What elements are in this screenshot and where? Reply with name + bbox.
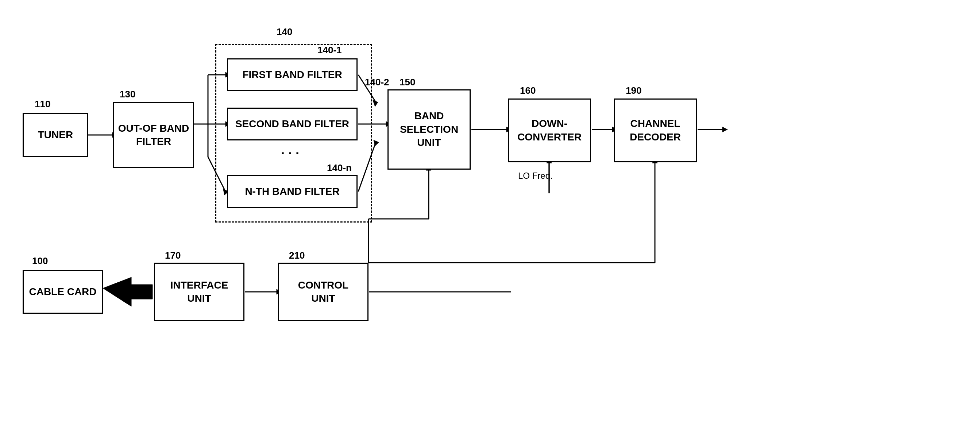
cable-card-block: CABLE CARD xyxy=(22,270,103,314)
svg-marker-11 xyxy=(373,100,378,106)
ref-110: 110 xyxy=(35,99,50,110)
ref-150: 150 xyxy=(399,76,415,88)
svg-marker-21 xyxy=(722,127,727,132)
ref-160: 160 xyxy=(520,85,536,96)
down-converter-block: DOWN-CONVERTER xyxy=(508,99,591,162)
diagram: LO Freq. TUNER OUT-OF BANDFILTER FIRST B… xyxy=(0,0,980,429)
ellipsis: · · · xyxy=(281,146,299,161)
ref-210: 210 xyxy=(289,250,305,261)
ref-170: 170 xyxy=(165,250,181,261)
control-unit-label: CONTROLUNIT xyxy=(298,279,348,305)
ref-140: 140 xyxy=(277,26,292,38)
tuner-label: TUNER xyxy=(38,129,73,141)
svg-marker-35 xyxy=(103,277,153,307)
tuner-block: TUNER xyxy=(22,113,88,157)
channel-decoder-label: CHANNELDECODER xyxy=(630,117,681,144)
ref-140-2: 140-2 xyxy=(365,76,389,88)
ref-190: 190 xyxy=(626,85,641,96)
cable-card-label: CABLE CARD xyxy=(29,285,96,299)
out-of-band-filter-label: OUT-OF BANDFILTER xyxy=(118,122,189,148)
down-converter-label: DOWN-CONVERTER xyxy=(517,117,582,144)
ref-140-n: 140-n xyxy=(327,162,352,174)
interface-unit-label: INTERFACEUNIT xyxy=(170,279,228,305)
out-of-band-filter-block: OUT-OF BANDFILTER xyxy=(113,102,194,168)
first-band-filter-label: FIRST BAND FILTER xyxy=(242,68,342,81)
channel-decoder-block: CHANNELDECODER xyxy=(614,99,697,162)
ref-100: 100 xyxy=(32,255,48,267)
first-band-filter-block: FIRST BAND FILTER xyxy=(227,58,358,91)
lo-freq-label: LO Freq. xyxy=(518,171,553,181)
band-selection-unit-block: BANDSELECTIONUNIT xyxy=(388,89,471,170)
ref-140-1: 140-1 xyxy=(317,44,342,56)
second-band-filter-label: SECOND BAND FILTER xyxy=(235,118,349,130)
second-band-filter-block: SECOND BAND FILTER xyxy=(227,108,358,140)
control-unit-block: CONTROLUNIT xyxy=(278,263,369,321)
nth-band-filter-label: N-TH BAND FILTER xyxy=(245,185,339,198)
connections-svg xyxy=(0,0,980,429)
band-selection-unit-label: BANDSELECTIONUNIT xyxy=(400,110,458,149)
interface-unit-block: INTERFACEUNIT xyxy=(154,263,245,321)
ref-130: 130 xyxy=(120,89,135,100)
nth-band-filter-block: N-TH BAND FILTER xyxy=(227,175,358,208)
